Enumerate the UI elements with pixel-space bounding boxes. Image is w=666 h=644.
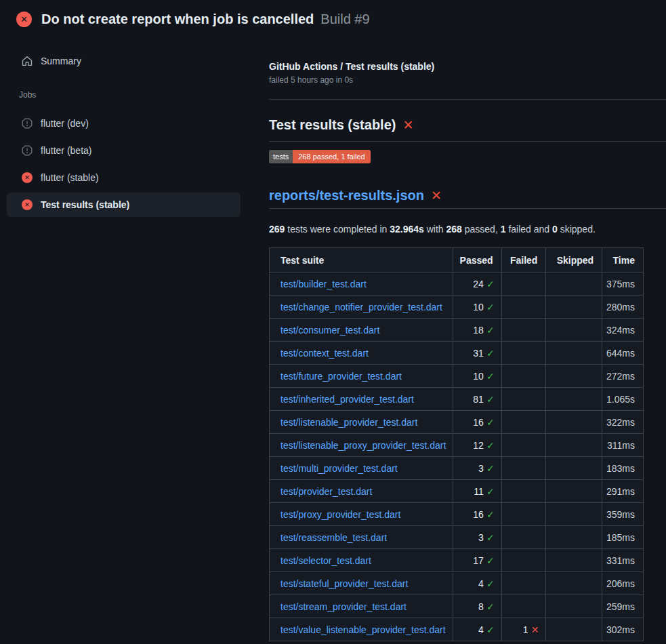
passed-count: 16 <box>473 509 484 520</box>
test-suite-link[interactable]: test/stream_provider_test.dart <box>280 601 407 612</box>
suite-time: 644ms <box>602 342 644 365</box>
suite-time: 291ms <box>602 480 644 503</box>
passed-count: 4 <box>478 578 484 589</box>
section-failed-icon: ✕ <box>402 119 413 132</box>
run-meta: failed 5 hours ago in 0s <box>269 75 666 85</box>
sidebar-job-item[interactable]: ✕ flutter (beta) <box>7 138 241 163</box>
suite-time: 331ms <box>602 549 644 572</box>
run-build-number: Build #9 <box>320 12 369 27</box>
sidebar-job-label: Test results (stable) <box>41 199 129 210</box>
passed-count: 3 <box>478 463 484 474</box>
suite-time: 183ms <box>602 457 644 480</box>
passed-count: 81 <box>473 394 484 405</box>
summary-duration: 32.964s <box>390 224 424 235</box>
suite-time: 322ms <box>602 411 644 434</box>
sidebar-job-label: flutter (beta) <box>41 145 91 156</box>
suite-time: 311ms <box>602 434 644 457</box>
test-suite-link[interactable]: test/multi_provider_test.dart <box>280 463 398 474</box>
summary-text: tests were completed in <box>285 224 390 235</box>
test-suite-link[interactable]: test/inherited_provider_test.dart <box>280 394 414 405</box>
sidebar-job-list: ✕ flutter (dev) ✕ flutter (beta) <box>0 111 247 217</box>
suite-time: 259ms <box>602 595 644 618</box>
job-failed-icon: ✕ <box>22 172 33 183</box>
suite-time: 302ms <box>602 618 644 641</box>
test-suite-link[interactable]: test/listenable_provider_test.dart <box>280 417 417 428</box>
test-suite-link[interactable]: test/reassemble_test.dart <box>280 532 387 543</box>
check-icon: ✓ <box>486 509 495 520</box>
test-suite-link[interactable]: test/change_notifier_provider_test.dart <box>280 302 442 313</box>
test-suite-link[interactable]: test/future_provider_test.dart <box>280 371 402 382</box>
test-suite-link[interactable]: test/context_test.dart <box>280 348 369 359</box>
table-row: test/reassemble_test.dart 3✓ ✕ 185ms <box>270 526 644 549</box>
check-icon: ✓ <box>486 486 495 497</box>
table-row: test/listenable_provider_test.dart 16✓ ✕… <box>270 411 644 434</box>
check-icon: ✓ <box>486 555 495 566</box>
sidebar-job-item[interactable]: ✕ Test results (stable) <box>7 193 241 217</box>
run-failed-icon: ✕ <box>16 12 32 27</box>
report-heading: reports/test-results.json ✕ <box>269 188 666 209</box>
table-row: test/value_listenable_provider_test.dart… <box>270 618 644 641</box>
x-icon: ✕ <box>531 624 539 635</box>
suite-time: 272ms <box>602 365 644 388</box>
failed-count: 1 <box>523 624 528 635</box>
check-icon: ✓ <box>486 371 495 382</box>
section-heading: Test results (stable) ✕ <box>269 117 666 142</box>
summary-text: passed, <box>462 224 501 235</box>
tests-badge[interactable]: tests 268 passed, 1 failed <box>269 150 371 163</box>
test-suite-link[interactable]: test/value_listenable_provider_test.dart <box>280 624 446 635</box>
suite-time: 1.065s <box>602 388 644 411</box>
table-row: test/change_notifier_provider_test.dart … <box>270 296 644 319</box>
report-file-link[interactable]: reports/test-results.json <box>269 188 424 203</box>
table-row: test/listenable_proxy_provider_test.dart… <box>270 434 644 457</box>
report-failed-icon: ✕ <box>431 189 442 202</box>
test-suite-link[interactable]: test/selector_test.dart <box>280 555 371 566</box>
suite-time: 375ms <box>602 273 644 296</box>
test-suite-link[interactable]: test/listenable_proxy_provider_test.dart <box>280 440 446 451</box>
test-suite-link[interactable]: test/consumer_test.dart <box>280 325 379 336</box>
results-table: Test suite Passed Failed Skipped Time te… <box>269 247 644 641</box>
passed-count: 10 <box>473 302 484 313</box>
passed-count: 18 <box>473 325 484 336</box>
passed-count: 4 <box>478 624 484 635</box>
test-suite-link[interactable]: test/proxy_provider_test.dart <box>280 509 400 520</box>
badge-value: 268 passed, 1 failed <box>293 150 370 163</box>
sidebar-job-item[interactable]: ✕ flutter (dev) <box>7 111 241 136</box>
column-passed: Passed <box>453 248 501 273</box>
run-header: ✕ Do not create report when job is cance… <box>0 0 666 37</box>
table-row: test/future_provider_test.dart 10✓ ✕ 272… <box>270 365 644 388</box>
sidebar-job-item[interactable]: ✕ flutter (stable) <box>7 165 241 190</box>
suite-time: 280ms <box>602 296 644 319</box>
job-failed-icon: ✕ <box>22 199 33 210</box>
passed-count: 10 <box>473 371 484 382</box>
suite-time: 359ms <box>602 503 644 526</box>
table-row: test/builder_test.dart 24✓ ✕ 375ms <box>270 273 644 296</box>
check-icon: ✓ <box>486 624 495 635</box>
summary-passed: 268 <box>446 224 462 235</box>
column-skipped: Skipped <box>546 248 602 273</box>
stale-octagon-icon <box>22 145 33 156</box>
summary-line: 269 tests were completed in 32.964s with… <box>269 224 666 235</box>
check-icon: ✓ <box>486 601 495 612</box>
table-row: test/multi_provider_test.dart 3✓ ✕ 183ms <box>270 457 644 480</box>
sidebar-item-summary[interactable]: Summary <box>0 52 247 71</box>
check-icon: ✓ <box>486 394 495 405</box>
table-row: test/stateful_provider_test.dart 4✓ ✕ 20… <box>270 572 644 595</box>
page-layout: Summary Jobs ✕ flutter (dev) <box>0 37 666 641</box>
suite-time: 324ms <box>602 319 644 342</box>
test-suite-link[interactable]: test/builder_test.dart <box>280 279 367 289</box>
summary-failed: 1 <box>501 224 506 235</box>
header-divider <box>269 99 666 100</box>
check-icon: ✓ <box>486 532 495 543</box>
sidebar-job-label: flutter (dev) <box>41 118 89 129</box>
summary-total: 269 <box>269 224 285 235</box>
check-icon: ✓ <box>486 463 495 474</box>
table-row: test/provider_test.dart 11✓ ✕ 291ms <box>270 480 644 503</box>
check-icon: ✓ <box>486 578 495 589</box>
section-title: Test results (stable) <box>269 117 396 133</box>
test-suite-link[interactable]: test/provider_test.dart <box>280 486 372 497</box>
table-row: test/inherited_provider_test.dart 81✓ ✕ … <box>270 388 644 411</box>
stale-octagon-icon <box>22 118 33 129</box>
summary-text: failed and <box>506 224 553 235</box>
table-row: test/stream_provider_test.dart 8✓ ✕ 259m… <box>270 595 644 618</box>
test-suite-link[interactable]: test/stateful_provider_test.dart <box>280 578 408 589</box>
